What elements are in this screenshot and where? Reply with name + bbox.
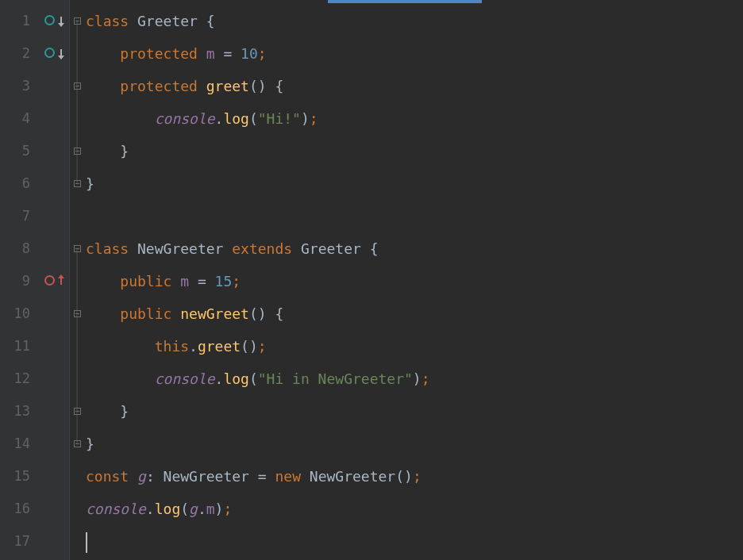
fold-gutter xyxy=(70,0,84,560)
code-line[interactable] xyxy=(86,200,743,232)
code-line[interactable]: console.log("Hi!"); xyxy=(86,102,743,135)
code-token: "Hi!" xyxy=(258,110,301,127)
fold-close-icon[interactable] xyxy=(73,147,82,155)
code-token: . xyxy=(215,110,224,127)
code-line[interactable]: const g: NewGreeter = new NewGreeter(); xyxy=(86,460,743,493)
code-token: class xyxy=(86,13,137,29)
overridden-icon[interactable] xyxy=(46,47,60,61)
code-line[interactable]: this.greet(); xyxy=(86,330,743,362)
code-area[interactable]: class Greeter { protected m = 10; protec… xyxy=(84,0,743,560)
code-token xyxy=(86,305,120,322)
code-line[interactable] xyxy=(86,525,743,558)
icon-gutter xyxy=(37,0,70,560)
code-token: Greeter xyxy=(137,13,206,29)
code-token: greet xyxy=(198,338,241,355)
code-token: ; xyxy=(422,370,430,387)
code-token: } xyxy=(86,175,94,192)
code-token: Greeter xyxy=(301,240,370,257)
gutter-icon-cell xyxy=(37,5,69,37)
fold-cell xyxy=(70,70,84,102)
code-token: ( xyxy=(249,110,258,127)
code-token: ; xyxy=(310,110,318,127)
fold-cell xyxy=(70,5,84,37)
fold-cell xyxy=(70,102,84,135)
code-token: = xyxy=(223,45,241,62)
code-token: () { xyxy=(249,78,283,94)
gutter-icon-cell xyxy=(37,200,69,232)
code-token: protected xyxy=(120,45,206,62)
code-token: () xyxy=(241,338,258,355)
code-token: . xyxy=(189,338,198,355)
code-token: ) xyxy=(215,501,224,517)
code-line[interactable]: } xyxy=(86,428,743,460)
gutter-icon-cell xyxy=(37,167,69,200)
fold-cell xyxy=(70,525,84,558)
line-number: 11 xyxy=(0,330,37,362)
code-token: g xyxy=(137,468,146,485)
code-token: . xyxy=(198,501,206,517)
code-line[interactable]: protected m = 10; xyxy=(86,37,743,70)
code-token: new xyxy=(275,468,309,485)
code-token: ; xyxy=(258,45,267,62)
fold-cell xyxy=(70,167,84,200)
code-token: "Hi in NewGreeter" xyxy=(258,370,413,387)
fold-open-icon[interactable] xyxy=(73,244,82,253)
fold-open-icon[interactable] xyxy=(73,17,82,25)
code-token: 10 xyxy=(241,45,258,62)
gutter-icon-cell xyxy=(37,70,69,102)
code-line[interactable]: console.log("Hi in NewGreeter"); xyxy=(86,362,743,395)
code-line[interactable]: class Greeter { xyxy=(86,5,743,37)
code-line[interactable]: public m = 15; xyxy=(86,265,743,297)
code-token: ( xyxy=(249,370,258,387)
code-token: m xyxy=(206,501,215,517)
code-editor[interactable]: 1234567891011121314151617 class Greeter … xyxy=(0,0,743,560)
fold-open-icon[interactable] xyxy=(73,309,82,318)
code-token: newGreet xyxy=(180,305,249,322)
fold-open-icon[interactable] xyxy=(73,82,82,90)
code-token: g xyxy=(189,501,198,517)
line-number: 13 xyxy=(0,395,37,428)
code-line[interactable]: class NewGreeter extends Greeter { xyxy=(86,232,743,265)
code-line[interactable]: } xyxy=(86,135,743,167)
fold-cell xyxy=(70,493,84,525)
code-line[interactable]: public newGreet() { xyxy=(86,297,743,330)
code-token: class xyxy=(86,240,137,257)
code-line[interactable]: console.log(g.m); xyxy=(86,493,743,525)
code-token: ; xyxy=(413,468,422,485)
fold-close-icon[interactable] xyxy=(73,439,82,448)
gutter-icon-cell xyxy=(37,265,69,297)
overridden-icon[interactable] xyxy=(46,14,60,29)
code-line[interactable]: } xyxy=(86,395,743,428)
code-token: ) xyxy=(413,370,422,387)
code-token: console xyxy=(86,501,146,517)
tab-highlight xyxy=(328,0,482,3)
code-token xyxy=(86,78,120,94)
line-number: 9 xyxy=(0,265,37,297)
code-token: m xyxy=(180,273,198,290)
fold-cell xyxy=(70,297,84,330)
line-number: 7 xyxy=(0,200,37,232)
line-number: 1 xyxy=(0,5,37,37)
gutter-icon-cell xyxy=(37,362,69,395)
code-token: { xyxy=(370,240,379,257)
line-number-gutter: 1234567891011121314151617 xyxy=(0,0,37,560)
gutter-icon-cell xyxy=(37,135,69,167)
fold-close-icon[interactable] xyxy=(73,179,82,188)
text-cursor xyxy=(86,532,87,553)
code-token xyxy=(86,110,155,127)
code-line[interactable]: } xyxy=(86,167,743,200)
fold-cell xyxy=(70,395,84,428)
line-number: 12 xyxy=(0,362,37,395)
code-line[interactable]: protected greet() { xyxy=(86,70,743,102)
gutter-icon-cell xyxy=(37,460,69,493)
overrides-icon[interactable] xyxy=(46,274,60,289)
gutter-icon-cell xyxy=(37,428,69,460)
code-token: log xyxy=(223,110,249,127)
line-number: 8 xyxy=(0,232,37,265)
code-token: ; xyxy=(258,338,267,355)
code-token: = xyxy=(198,273,215,290)
code-token: ; xyxy=(223,501,232,517)
fold-close-icon[interactable] xyxy=(73,407,82,416)
code-token: { xyxy=(206,13,215,29)
code-token: public xyxy=(120,305,180,322)
